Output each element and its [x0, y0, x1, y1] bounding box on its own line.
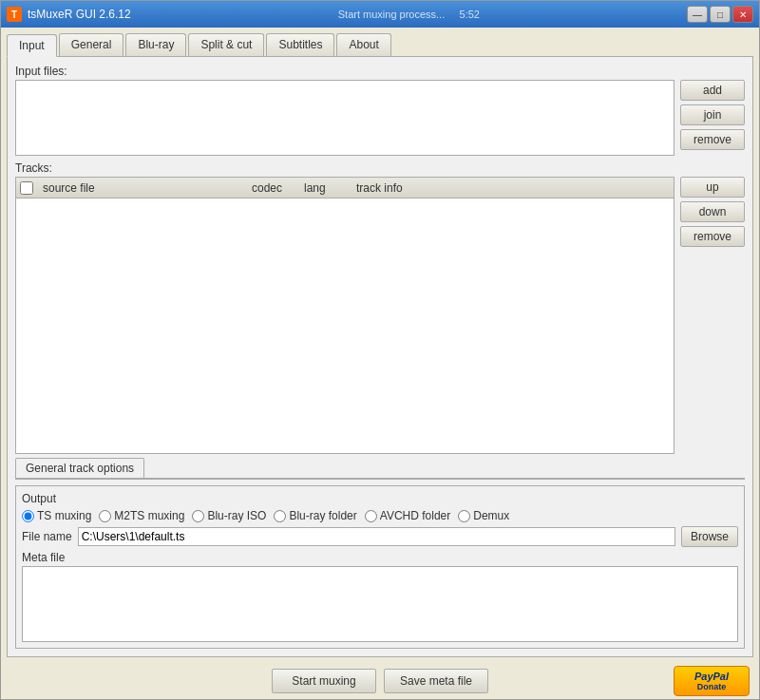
- radio-demux[interactable]: Demux: [458, 509, 509, 522]
- filename-input[interactable]: [78, 527, 675, 546]
- down-button[interactable]: down: [680, 201, 745, 222]
- general-track-options-panel: [15, 478, 745, 480]
- radio-m2ts-input[interactable]: [99, 510, 111, 522]
- tracks-area: source file codec lang track info up dow…: [15, 177, 745, 454]
- input-files-area: add join remove: [15, 80, 745, 156]
- browse-button[interactable]: Browse: [681, 526, 738, 547]
- paypal-donate-button[interactable]: PayPal Donate: [674, 666, 750, 696]
- title-buttons: — □ ✕: [687, 6, 753, 23]
- radio-avchd[interactable]: AVCHD folder: [365, 509, 450, 522]
- output-radio-row: TS muxing M2TS muxing Blu-ray ISO Blu-ra…: [22, 509, 738, 522]
- close-button[interactable]: ✕: [732, 6, 753, 23]
- general-track-options-tab[interactable]: General track options: [15, 458, 144, 478]
- meta-file-label: Meta file: [22, 551, 738, 564]
- col-lang: lang: [304, 181, 356, 195]
- header-checkbox-col: [20, 181, 43, 195]
- tracks-table: source file codec lang track info: [15, 177, 674, 454]
- filename-row: File name Browse: [22, 526, 738, 547]
- meta-file-box[interactable]: [22, 566, 738, 642]
- output-label: Output: [22, 492, 738, 505]
- tab-bluray[interactable]: Blu-ray: [125, 33, 186, 56]
- track-buttons: up down remove: [680, 177, 745, 454]
- main-panel: Input files: add join remove Tracks:: [7, 56, 753, 657]
- radio-bluray-folder[interactable]: Blu-ray folder: [274, 509, 356, 522]
- start-muxing-button[interactable]: Start muxing: [272, 669, 376, 693]
- remove-track-button[interactable]: remove: [680, 226, 745, 247]
- input-files-section: Input files: add join remove: [15, 65, 745, 156]
- radio-bluray-iso[interactable]: Blu-ray ISO: [192, 509, 266, 522]
- general-track-options-section: General track options: [15, 458, 745, 480]
- tab-general[interactable]: General: [59, 33, 124, 56]
- join-button[interactable]: join: [680, 104, 745, 125]
- radio-ts[interactable]: TS muxing: [22, 509, 91, 522]
- title-bar-left: T tsMuxeR GUI 2.6.12: [7, 7, 131, 22]
- input-files-listbox[interactable]: [15, 80, 674, 156]
- maximize-button[interactable]: □: [710, 6, 731, 23]
- filename-label: File name: [22, 530, 72, 543]
- up-button[interactable]: up: [680, 177, 745, 198]
- col-codec: codec: [252, 181, 304, 195]
- radio-avchd-input[interactable]: [365, 510, 377, 522]
- title-bar: T tsMuxeR GUI 2.6.12 Start muxing proces…: [1, 1, 759, 28]
- window-subtitle: Start muxing process... 5:52: [131, 9, 687, 20]
- tracks-section: Tracks: source file codec lang track inf…: [15, 161, 745, 480]
- bottom-bar: Start muxing Save meta file PayPal Donat…: [1, 663, 759, 699]
- tab-split[interactable]: Split & cut: [188, 33, 264, 56]
- save-meta-button[interactable]: Save meta file: [384, 669, 488, 693]
- paypal-label: PayPal: [694, 671, 729, 682]
- radio-bluray-iso-input[interactable]: [192, 510, 204, 522]
- radio-bluray-folder-input[interactable]: [274, 510, 286, 522]
- minimize-button[interactable]: —: [687, 6, 708, 23]
- remove-input-button[interactable]: remove: [680, 129, 745, 150]
- main-window: T tsMuxeR GUI 2.6.12 Start muxing proces…: [0, 0, 760, 700]
- tracks-select-all-checkbox[interactable]: [20, 181, 33, 195]
- radio-demux-input[interactable]: [458, 510, 470, 522]
- output-section: Output TS muxing M2TS muxing Blu-ray ISO: [15, 485, 745, 649]
- radio-ts-input[interactable]: [22, 510, 34, 522]
- col-source-file: source file: [43, 181, 252, 195]
- add-button[interactable]: add: [680, 80, 745, 101]
- tab-bar: Input General Blu-ray Split & cut Subtit…: [7, 33, 753, 56]
- tab-about[interactable]: About: [336, 33, 390, 56]
- input-buttons: add join remove: [680, 80, 745, 156]
- window-title: tsMuxeR GUI 2.6.12: [28, 8, 131, 21]
- app-icon: T: [7, 7, 22, 22]
- col-track-info: track info: [356, 181, 670, 195]
- tracks-body[interactable]: [16, 199, 674, 453]
- tracks-header: source file codec lang track info: [16, 178, 674, 199]
- radio-m2ts[interactable]: M2TS muxing: [99, 509, 184, 522]
- tab-subtitles[interactable]: Subtitles: [266, 33, 334, 56]
- input-files-label: Input files:: [15, 65, 745, 78]
- tab-input[interactable]: Input: [7, 34, 57, 57]
- tracks-label: Tracks:: [15, 161, 745, 175]
- donate-label: Donate: [697, 682, 727, 691]
- content-area: Input General Blu-ray Split & cut Subtit…: [1, 28, 759, 663]
